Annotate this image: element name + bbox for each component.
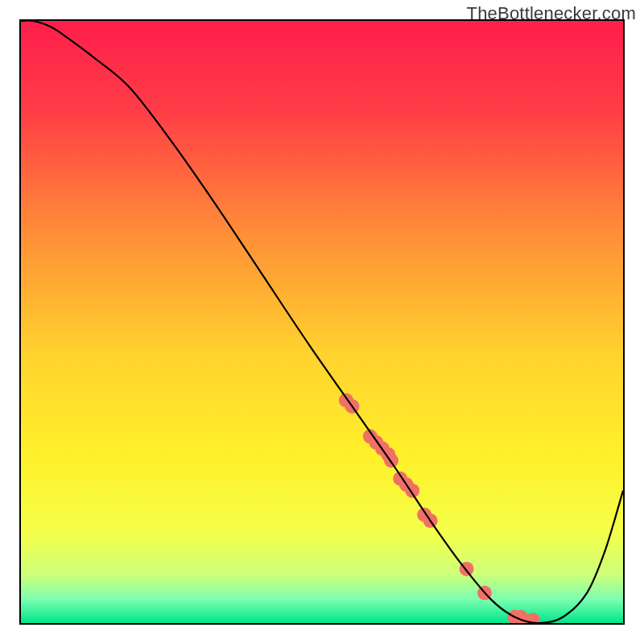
chart-frame: TheBottlenecker.com bbox=[0, 0, 644, 644]
watermark-text: TheBottlenecker.com bbox=[467, 3, 636, 24]
bottleneck-curve bbox=[21, 21, 623, 623]
plot-area bbox=[21, 21, 623, 623]
chart-svg bbox=[21, 21, 623, 623]
data-markers bbox=[339, 393, 540, 623]
